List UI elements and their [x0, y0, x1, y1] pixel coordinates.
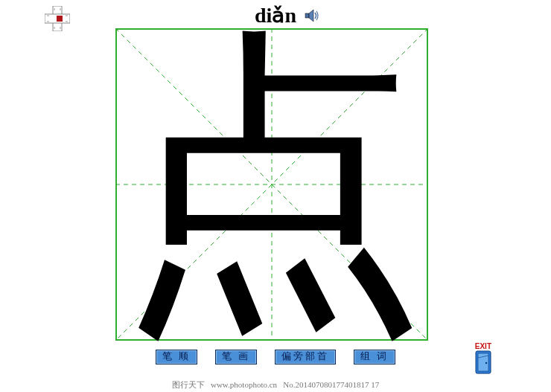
button-label: 笔 画 — [222, 350, 250, 362]
footer-url: www.photophoto.cn — [211, 380, 277, 389]
door-icon — [475, 350, 491, 374]
svg-point-21 — [485, 362, 487, 364]
words-button[interactable]: 组 词 — [354, 350, 395, 364]
footer-site-name: 图行天下 — [172, 380, 205, 389]
footer-serial: No.201407080177401817 17 — [283, 380, 379, 389]
button-label: 组 词 — [360, 350, 389, 362]
button-label: 偏旁部首 — [281, 350, 329, 362]
exit-label: EXIT — [475, 342, 491, 350]
character-grid-box: 点 — [115, 28, 428, 341]
button-row: 笔 顺 笔 画 偏旁部首 组 词 — [0, 350, 551, 364]
character-glyph: 点 — [115, 28, 428, 341]
stroke-order-button[interactable]: 笔 顺 — [156, 350, 197, 364]
exit-button[interactable]: EXIT — [475, 342, 491, 374]
footer-watermark: 图行天下 www.photophoto.cn No.20140708017740… — [0, 379, 551, 391]
radical-button[interactable]: 偏旁部首 — [275, 350, 336, 364]
button-label: 笔 顺 — [162, 350, 191, 362]
strokes-button[interactable]: 笔 画 — [215, 350, 257, 364]
